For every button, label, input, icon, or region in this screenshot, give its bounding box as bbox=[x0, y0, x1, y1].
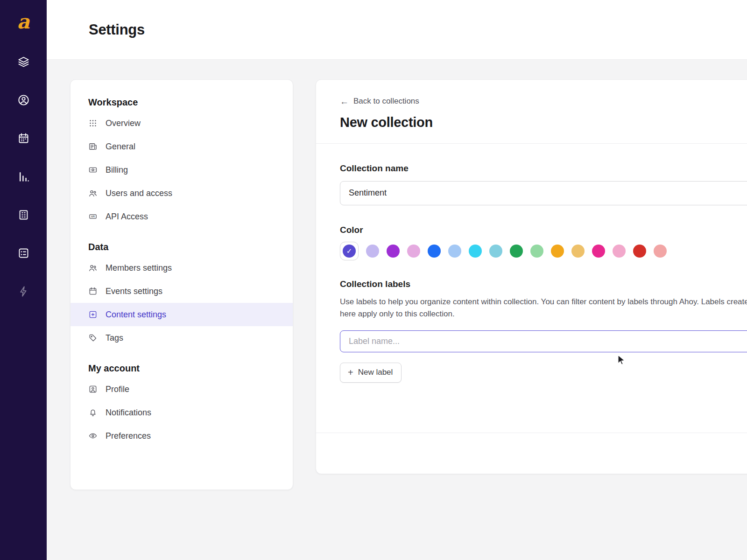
color-swatch-selected[interactable]: ✓ bbox=[340, 242, 359, 260]
panel-title: New collection bbox=[340, 115, 747, 130]
color-swatch[interactable] bbox=[407, 245, 420, 258]
nav-item-preferences[interactable]: Preferences bbox=[70, 424, 293, 448]
top-header: Settings bbox=[47, 0, 747, 60]
nav-section-data: Data bbox=[70, 240, 293, 256]
back-to-collections-link[interactable]: ← Back to collections bbox=[340, 97, 419, 106]
collection-name-input[interactable] bbox=[340, 181, 747, 205]
color-swatch[interactable] bbox=[469, 245, 482, 258]
nav-item-label: Users and access bbox=[106, 189, 172, 198]
nav-item-general[interactable]: General bbox=[70, 135, 293, 158]
back-arrow-icon: ← bbox=[340, 97, 349, 106]
nav-item-label: API Access bbox=[106, 212, 148, 222]
label-name-input[interactable] bbox=[340, 330, 747, 352]
bell-icon bbox=[88, 408, 98, 417]
color-swatch[interactable] bbox=[633, 245, 646, 258]
color-label: Color bbox=[340, 225, 747, 235]
color-swatch[interactable] bbox=[613, 245, 626, 258]
app-logo[interactable]: a bbox=[17, 12, 29, 32]
color-swatch[interactable] bbox=[530, 245, 543, 258]
svg-text:API: API bbox=[91, 216, 95, 218]
color-swatch[interactable] bbox=[448, 245, 461, 258]
nav-section-workspace: Workspace bbox=[70, 96, 293, 112]
settings-nav: Workspace Overview General Billing Users… bbox=[70, 79, 293, 490]
nav-item-tags[interactable]: Tags bbox=[70, 326, 293, 350]
nav-item-events-settings[interactable]: Events settings bbox=[70, 280, 293, 303]
nav-section-my-account: My account bbox=[70, 362, 293, 378]
color-swatch[interactable] bbox=[366, 245, 379, 258]
new-label-button-label: New label bbox=[358, 368, 393, 377]
color-swatch[interactable] bbox=[428, 245, 441, 258]
new-collection-panel: ← Back to collections New collection Col… bbox=[316, 79, 747, 474]
check-icon: ✓ bbox=[346, 247, 352, 254]
collection-labels-description: Use labels to help you organize content … bbox=[340, 296, 747, 320]
color-swatch[interactable] bbox=[387, 245, 400, 258]
page-title: Settings bbox=[89, 21, 145, 38]
collection-name-label: Collection name bbox=[340, 163, 747, 174]
color-swatch[interactable] bbox=[551, 245, 564, 258]
color-swatch[interactable] bbox=[489, 245, 502, 258]
color-swatch[interactable] bbox=[592, 245, 605, 258]
newspaper-icon bbox=[88, 142, 98, 151]
nav-item-label: Overview bbox=[106, 119, 141, 128]
grid-icon bbox=[88, 119, 98, 128]
api-icon: API bbox=[88, 212, 98, 221]
user-circle-icon[interactable] bbox=[12, 89, 35, 111]
nav-item-label: Preferences bbox=[106, 431, 151, 441]
layers-icon[interactable] bbox=[12, 50, 35, 73]
nav-item-billing[interactable]: Billing bbox=[70, 158, 293, 182]
content-plus-icon bbox=[88, 310, 98, 319]
calendar-icon bbox=[88, 287, 98, 296]
nav-item-label: Events settings bbox=[106, 287, 162, 296]
form-list-icon[interactable] bbox=[12, 242, 35, 264]
app-sidebar: a bbox=[0, 0, 47, 560]
nav-item-label: Profile bbox=[106, 385, 129, 394]
nav-item-notifications[interactable]: Notifications bbox=[70, 401, 293, 424]
building-icon[interactable] bbox=[12, 203, 35, 226]
nav-item-label: General bbox=[106, 142, 135, 152]
new-label-button[interactable]: + New label bbox=[340, 363, 402, 383]
color-swatch[interactable] bbox=[510, 245, 523, 258]
color-swatch-row: ✓ bbox=[340, 245, 747, 258]
color-swatch[interactable] bbox=[654, 245, 667, 258]
tag-icon bbox=[88, 333, 98, 343]
nav-item-overview[interactable]: Overview bbox=[70, 112, 293, 135]
collection-labels-heading: Collection labels bbox=[340, 279, 747, 289]
nav-item-content-settings[interactable]: Content settings bbox=[70, 303, 293, 326]
nav-item-users-access[interactable]: Users and access bbox=[70, 182, 293, 205]
nav-item-api-access[interactable]: API API Access bbox=[70, 205, 293, 228]
calendar-icon[interactable] bbox=[12, 127, 35, 149]
bar-chart-icon[interactable] bbox=[12, 165, 35, 188]
back-link-label: Back to collections bbox=[353, 97, 419, 106]
nav-item-label: Tags bbox=[106, 333, 123, 343]
lightning-icon[interactable] bbox=[12, 280, 35, 302]
swatch-color: ✓ bbox=[343, 245, 356, 258]
banknote-icon bbox=[88, 165, 98, 175]
nav-item-label: Members settings bbox=[106, 263, 172, 273]
nav-item-label: Billing bbox=[106, 165, 128, 175]
color-swatch[interactable] bbox=[571, 245, 585, 258]
users-icon bbox=[88, 263, 98, 273]
nav-item-members-settings[interactable]: Members settings bbox=[70, 256, 293, 280]
panel-bottom-divider bbox=[316, 433, 747, 433]
users-icon bbox=[88, 189, 98, 198]
nav-item-profile[interactable]: Profile bbox=[70, 378, 293, 401]
plus-icon: + bbox=[348, 368, 353, 377]
eye-icon bbox=[88, 431, 98, 441]
nav-item-label: Content settings bbox=[106, 310, 166, 320]
nav-item-label: Notifications bbox=[106, 408, 151, 418]
profile-icon bbox=[88, 385, 98, 394]
